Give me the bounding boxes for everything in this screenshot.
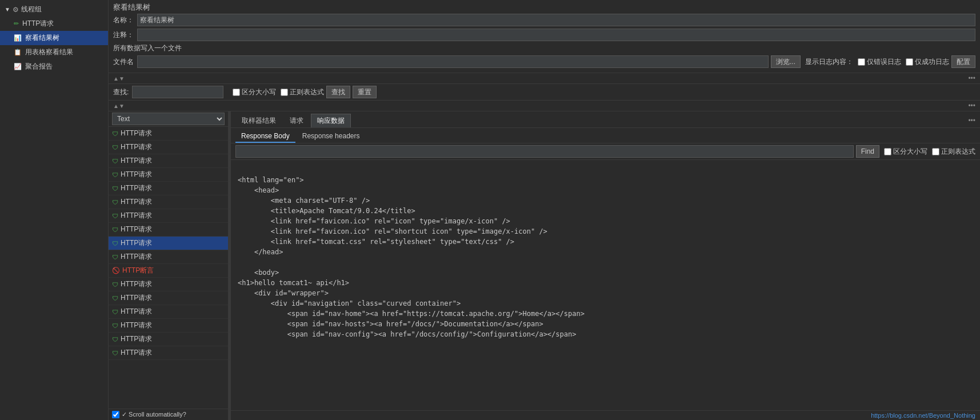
scroll-auto-checkbox[interactable] <box>112 411 119 418</box>
sampler-item-error[interactable]: 🚫 HTTP断言 <box>109 264 228 278</box>
tab-response-data[interactable]: 响应数据 <box>311 114 351 127</box>
sampler-item[interactable]: 🛡 HTTP请求 <box>109 154 228 168</box>
tabs-more-icon[interactable]: ••• <box>968 117 975 125</box>
response-sub-tabs: Response Body Response headers <box>231 128 980 143</box>
tab-response-body[interactable]: Response Body <box>235 130 295 143</box>
ok-icon: 🛡 <box>112 281 118 288</box>
sampler-item[interactable]: 🛡 HTTP请求 <box>109 346 228 360</box>
sidebar-item-label: 察看结果树 <box>25 33 59 43</box>
find-input[interactable] <box>235 145 854 158</box>
sampler-label: HTTP请求 <box>121 252 152 262</box>
ok-icon: 🛡 <box>112 199 118 206</box>
find-button[interactable]: 查找 <box>326 86 350 98</box>
right-tabs-header: 取样器结果 请求 响应数据 ••• <box>231 111 980 128</box>
sampler-item[interactable]: 🛡 HTTP请求 <box>109 278 228 291</box>
case-sensitive-checkbox[interactable] <box>233 89 240 96</box>
blog-link: https://blog.csdn.net/Beyond_Nothing <box>871 412 975 419</box>
errors-only-checkbox[interactable] <box>858 58 865 66</box>
find-case-sensitive-checkbox[interactable] <box>884 148 891 155</box>
sampler-label: HTTP请求 <box>121 129 152 138</box>
scroll-auto-label[interactable]: ✓ Scroll automatically? <box>112 411 186 418</box>
ok-icon: 🛡 <box>112 158 118 165</box>
ok-icon: 🛡 <box>112 295 118 302</box>
result-tree-icon: 📊 <box>14 34 22 42</box>
sampler-item[interactable]: 🛡 HTTP请求 <box>109 168 228 182</box>
sampler-label: HTTP请求 <box>121 211 152 221</box>
sampler-item[interactable]: 🛡 HTTP请求 <box>109 195 228 209</box>
sampler-item[interactable]: 🛡 HTTP请求 <box>109 223 228 237</box>
regex-checkbox[interactable] <box>281 89 288 96</box>
search-bar: 查找: 区分大小写 正则表达式 查找 重置 <box>109 84 980 101</box>
scroll-auto-text: ✓ Scroll automatically? <box>122 411 186 418</box>
sidebar-group-thread[interactable]: ▼ ⚙ 线程组 <box>0 2 108 17</box>
sampler-label: HTTP请求 <box>121 334 152 344</box>
tab-request[interactable]: 请求 <box>283 114 310 127</box>
ok-icon: 🛡 <box>112 226 118 233</box>
sampler-label: HTTP请求 <box>121 348 152 358</box>
code-content: <html lang="en"> <head> <meta charset="U… <box>238 165 973 339</box>
sidebar-item-http-request[interactable]: ✏ HTTP请求 <box>0 17 108 31</box>
http-icon: ✏ <box>14 20 19 27</box>
find-case-sensitive-label[interactable]: 区分大小写 <box>884 147 927 157</box>
sampler-item[interactable]: 🛡 HTTP请求 <box>109 319 228 333</box>
sampler-label: HTTP请求 <box>121 293 152 303</box>
find-button[interactable]: Find <box>856 145 879 158</box>
success-only-checkbox[interactable] <box>906 58 913 66</box>
find-bar: Find 区分大小写 正则表达式 <box>231 143 980 160</box>
sampler-item[interactable]: 🛡 HTTP请求 <box>109 209 228 223</box>
expand-up-icon2[interactable]: ▲▼ <box>113 103 125 109</box>
ok-icon: 🛡 <box>112 144 118 151</box>
ok-icon: 🛡 <box>112 213 118 219</box>
form-section: 察看结果树 名称： 注释： 所有数据写入一个文件 文件名 浏览... 显示日志内… <box>109 0 980 73</box>
search-label: 查找: <box>113 87 129 97</box>
name-input[interactable] <box>137 14 975 26</box>
more-options-icon2[interactable]: ••• <box>968 102 975 110</box>
browse-button[interactable]: 浏览... <box>771 55 801 68</box>
sampler-item[interactable]: 🛡 HTTP请求 <box>109 141 228 154</box>
sidebar-item-report[interactable]: 📈 聚合报告 <box>0 59 108 74</box>
sidebar-item-table-view[interactable]: 📋 用表格察看结果 <box>0 45 108 59</box>
sampler-item[interactable]: 🛡 HTTP请求 <box>109 305 228 319</box>
more-options-icon[interactable]: ••• <box>968 74 975 82</box>
sampler-item[interactable]: 🛡 HTTP请求 <box>109 333 228 346</box>
search-input[interactable] <box>132 86 223 98</box>
file-section-label-row: 所有数据写入一个文件 <box>113 43 975 53</box>
log-content-label: 显示日志内容： <box>805 57 853 67</box>
sampler-item[interactable]: 🛡 HTTP请求 <box>109 182 228 195</box>
comment-input[interactable] <box>137 29 975 41</box>
sampler-label-error: HTTP断言 <box>122 266 154 275</box>
tab-sampler-result[interactable]: 取样器结果 <box>235 114 282 127</box>
sampler-item[interactable]: 🛡 HTTP请求 <box>109 291 228 305</box>
gear-icon: ⚙ <box>13 6 19 14</box>
left-panel-header: Text XML JSON HTML <box>109 111 228 127</box>
success-only-checkbox-label[interactable]: 仅成功日志 <box>906 57 949 67</box>
expand-up-icon[interactable]: ▲▼ <box>113 75 125 82</box>
sampler-item-selected[interactable]: 🛡 HTTP请求 <box>109 237 228 250</box>
type-select[interactable]: Text XML JSON HTML <box>112 113 225 125</box>
sidebar-group-label: 线程组 <box>21 5 42 14</box>
sampler-item[interactable]: 🛡 HTTP请求 <box>109 127 228 141</box>
sidebar-item-label: 聚合报告 <box>25 62 53 71</box>
ok-icon: 🛡 <box>112 240 118 247</box>
sampler-label: HTTP请求 <box>121 197 152 207</box>
sidebar-item-result-tree[interactable]: 📊 察看结果树 <box>0 31 108 45</box>
response-area: Response Body Response headers Find 区分大小… <box>231 128 980 420</box>
reset-button[interactable]: 重置 <box>353 86 377 98</box>
case-sensitive-label[interactable]: 区分大小写 <box>233 87 276 97</box>
find-regex-checkbox[interactable] <box>932 148 939 155</box>
right-panel: 取样器结果 请求 响应数据 ••• Response Body Response… <box>231 111 980 420</box>
ok-icon: 🛡 <box>112 336 118 343</box>
regex-label[interactable]: 正则表达式 <box>281 87 324 97</box>
errors-only-checkbox-label[interactable]: 仅错误日志 <box>858 57 901 67</box>
expand-arrow-icon: ▼ <box>5 6 10 13</box>
ok-icon: 🛡 <box>112 350 118 357</box>
tab-response-headers[interactable]: Response headers <box>297 130 366 143</box>
sidebar: ▼ ⚙ 线程组 ✏ HTTP请求 📊 察看结果树 📋 用表格察看结果 📈 聚合报… <box>0 0 109 420</box>
find-regex-label[interactable]: 正则表达式 <box>932 147 975 157</box>
config-button[interactable]: 配置 <box>951 55 975 68</box>
sidebar-item-label: HTTP请求 <box>22 19 54 29</box>
error-icon: 🚫 <box>112 267 120 274</box>
report-icon: 📈 <box>14 63 22 70</box>
file-input[interactable] <box>137 55 769 68</box>
sampler-item[interactable]: 🛡 HTTP请求 <box>109 250 228 264</box>
